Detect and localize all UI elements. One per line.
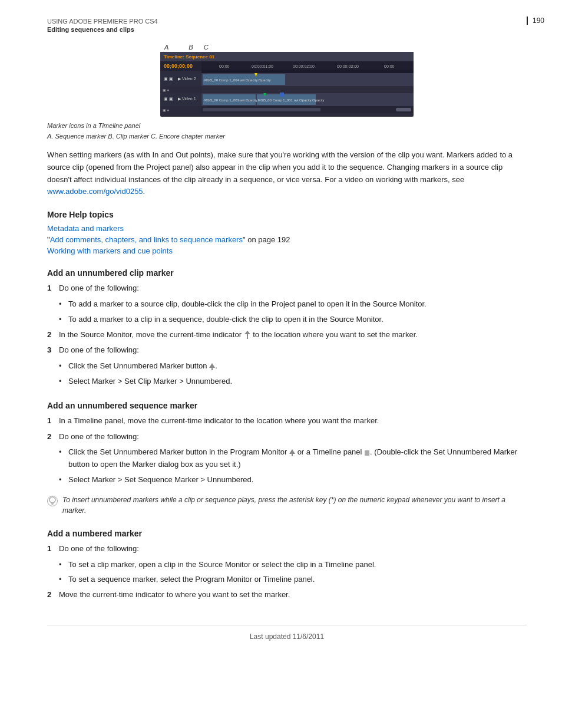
seq-step-1: 1 In a Timeline panel, move the current-…	[47, 415, 527, 427]
add-comments-link[interactable]: Add comments, chapters, and links to seq…	[50, 235, 243, 244]
clip-step-3-text: Do one of the following:	[59, 344, 139, 357]
page-header: USING ADOBE PREMIERE PRO CS4 Editing seq…	[47, 18, 527, 33]
svg-text:▶ Video 1: ▶ Video 1	[178, 97, 196, 101]
step-number-2: 2	[47, 329, 59, 341]
working-with-markers-link[interactable]: Working with markers and cue points	[47, 246, 527, 255]
pm-marker-icon	[289, 449, 295, 456]
clip-bullet-2: • To add a marker to a clip in a sequenc…	[47, 314, 527, 326]
page: 190 USING ADOBE PREMIERE PRO CS4 Editing…	[0, 0, 562, 728]
marker-btn-icon	[209, 363, 215, 370]
num-step-2-text: Move the current-time indicator to where…	[59, 589, 290, 601]
step-number-1: 1	[47, 282, 59, 295]
svg-text:00;00;00;00: 00;00;00;00	[164, 63, 193, 69]
svg-text:00:00:02:00: 00:00:02:00	[293, 64, 315, 68]
num-bullet-1: • To set a clip marker, open a clip in t…	[47, 559, 527, 571]
header-line1: USING ADOBE PREMIERE PRO CS4	[47, 18, 527, 25]
clip-step-3: 3 Do one of the following:	[47, 344, 527, 357]
add-comments-line: "Add comments, chapters, and links to se…	[47, 235, 527, 244]
note-text: To insert unnumbered markers while a cli…	[62, 495, 527, 516]
svg-rect-41	[292, 454, 293, 456]
bullet-dot-2: •	[59, 314, 68, 326]
svg-text:▣ ♦: ▣ ♦	[163, 108, 169, 112]
clip-bullet-3: • Click the Set Unnumbered Marker button…	[47, 360, 527, 373]
svg-text:▶ Video 2: ▶ Video 2	[178, 77, 196, 81]
lightbulb-icon	[48, 496, 57, 506]
num-bullet-2: • To set a sequence marker, select the P…	[47, 574, 527, 586]
num-step-number-2: 2	[47, 589, 59, 601]
svg-text:▣ ▣: ▣ ▣	[164, 97, 173, 101]
num-bullet-1-text: To set a clip marker, open a clip in the…	[68, 559, 376, 571]
svg-marker-36	[244, 331, 250, 334]
clip-bullet-2-text: To add a marker to a clip in a sequence,…	[68, 314, 384, 326]
body-paragraph: When setting markers (as with In and Out…	[47, 149, 527, 198]
clip-bullet-1-text: To add a marker to a source clip, double…	[68, 298, 427, 311]
bullet-dot-3: •	[59, 360, 68, 373]
page-footer: Last updated 11/6/2011	[47, 625, 527, 641]
more-help-heading: More Help topics	[47, 210, 527, 219]
header-line2: Editing sequences and clips	[47, 26, 527, 33]
clip-step-2-text: In the Source Monitor, move the current-…	[59, 329, 418, 341]
svg-rect-42	[365, 450, 369, 456]
seq-step-2-text: Do one of the following:	[59, 431, 139, 443]
body-text-content: When setting markers (as with In and Out…	[47, 150, 513, 184]
timeline-caption-line1: Marker icons in a Timeline panel	[47, 122, 527, 129]
num-step-number-1: 1	[47, 543, 59, 555]
clip-step-2: 2 In the Source Monitor, move the curren…	[47, 329, 527, 341]
svg-text:00:00: 00:00	[384, 64, 395, 68]
abc-label-a: A	[150, 44, 183, 51]
clip-bullet-3-text: Click the Set Unnumbered Marker button .	[68, 360, 217, 373]
timeline-caption-line2: A. Sequence marker B. Clip marker C. Enc…	[47, 133, 527, 140]
section-unnumbered-clip: Add an unnumbered clip marker 1 Do one o…	[47, 268, 527, 388]
seq-bullet-dot-2: •	[59, 474, 68, 486]
seq-step-2: 2 Do one of the following:	[47, 431, 527, 443]
seq-bullet-2-text: Select Marker > Set Sequence Marker > Un…	[68, 474, 253, 486]
seq-step-1-text: In a Timeline panel, move the current-ti…	[59, 415, 379, 427]
svg-marker-40	[289, 449, 295, 454]
svg-marker-38	[209, 363, 215, 368]
svg-text:RGB_00 Comp 1_001.avi:Opacity:: RGB_00 Comp 1_001.avi:Opacity:Opacity	[258, 98, 324, 102]
seq-bullet-1: • Click the Set Unnumbered Marker button…	[47, 446, 527, 471]
step-number-3: 3	[47, 344, 59, 357]
clip-bullet-1: • To add a marker to a source clip, doub…	[47, 298, 527, 311]
svg-rect-44	[51, 503, 54, 504]
section-seq-heading: Add an unnumbered sequence marker	[47, 401, 527, 410]
svg-text:RGB_00 Comp 1_003.avi:Opacity: RGB_00 Comp 1_003.avi:Opacity	[204, 98, 257, 102]
section-numbered-marker: Add a numbered marker 1 Do one of the fo…	[47, 529, 527, 601]
svg-rect-39	[211, 368, 213, 370]
section-numbered-heading: Add a numbered marker	[47, 529, 527, 538]
num-step-1: 1 Do one of the following:	[47, 543, 527, 555]
svg-rect-35	[396, 108, 411, 111]
abc-label-c: C	[199, 44, 213, 51]
svg-rect-37	[247, 334, 248, 339]
footer-text: Last updated 11/6/2011	[250, 633, 324, 641]
num-bullet-2-text: To set a sequence marker, select the Pro…	[68, 574, 315, 586]
section-unnumbered-sequence: Add an unnumbered sequence marker 1 In a…	[47, 401, 527, 516]
svg-text:00:00:01:00: 00:00:01:00	[252, 64, 273, 68]
seq-step-number-2: 2	[47, 431, 59, 443]
clip-bullet-4: • Select Marker > Set Clip Marker > Unnu…	[47, 375, 527, 388]
more-help-section: More Help topics Metadata and markers "A…	[47, 210, 527, 255]
bullet-dot-4: •	[59, 375, 68, 388]
svg-rect-45	[52, 503, 54, 505]
metadata-markers-link[interactable]: Metadata and markers	[47, 224, 527, 233]
seq-step-number-1: 1	[47, 415, 59, 427]
timeline-panel-svg: Timeline: Sequence 01 00;00;00;00 00;00 …	[160, 52, 414, 117]
svg-text:00:00:03:00: 00:00:03:00	[337, 64, 359, 68]
timeline-image-area: A B C Timeline: Sequence 01 00;00;00;00 …	[47, 44, 527, 140]
num-step-1-text: Do one of the following:	[59, 543, 139, 555]
svg-text:Timeline: Sequence 01: Timeline: Sequence 01	[164, 54, 215, 60]
svg-point-43	[49, 497, 55, 503]
note-icon	[47, 496, 58, 506]
num-step-2: 2 Move the current-time indicator to whe…	[47, 589, 527, 601]
body-link[interactable]: www.adobe.com/go/vid0255	[47, 187, 143, 196]
note-box: To insert unnumbered markers while a cli…	[47, 495, 527, 516]
bullet-dot-1: •	[59, 298, 68, 311]
seq-bullet-2: • Select Marker > Set Sequence Marker > …	[47, 474, 527, 486]
svg-rect-30	[280, 93, 284, 97]
svg-rect-34	[203, 108, 320, 111]
svg-text:▣ ▣: ▣ ▣	[164, 77, 173, 81]
seq-bullet-1-text: Click the Set Unnumbered Marker button i…	[68, 446, 527, 471]
svg-text:RGB_00 Comp 1_004.avi:Opacity:: RGB_00 Comp 1_004.avi:Opacity:Opacity	[204, 78, 270, 82]
tl-marker-icon	[364, 449, 370, 456]
svg-rect-11	[201, 70, 414, 73]
